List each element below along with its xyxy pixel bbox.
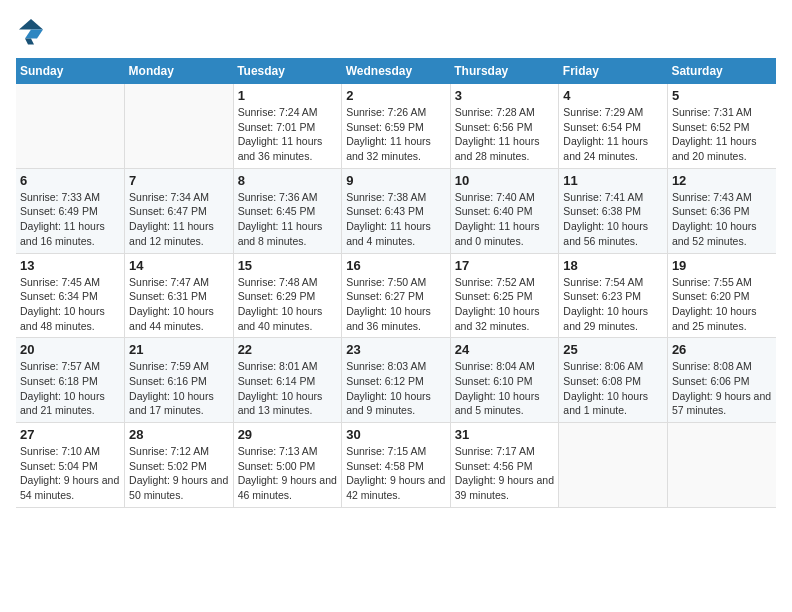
day-number: 21 — [129, 342, 229, 357]
day-info: Sunrise: 7:31 AM Sunset: 6:52 PM Dayligh… — [672, 105, 772, 164]
day-number: 13 — [20, 258, 120, 273]
calendar-day-cell: 16Sunrise: 7:50 AM Sunset: 6:27 PM Dayli… — [342, 253, 451, 338]
day-number: 7 — [129, 173, 229, 188]
day-info: Sunrise: 7:33 AM Sunset: 6:49 PM Dayligh… — [20, 190, 120, 249]
day-info: Sunrise: 8:01 AM Sunset: 6:14 PM Dayligh… — [238, 359, 338, 418]
day-info: Sunrise: 7:10 AM Sunset: 5:04 PM Dayligh… — [20, 444, 120, 503]
calendar-day-cell — [125, 84, 234, 168]
day-info: Sunrise: 7:41 AM Sunset: 6:38 PM Dayligh… — [563, 190, 663, 249]
day-info: Sunrise: 7:38 AM Sunset: 6:43 PM Dayligh… — [346, 190, 446, 249]
calendar-week-row: 1Sunrise: 7:24 AM Sunset: 7:01 PM Daylig… — [16, 84, 776, 168]
calendar-day-cell: 18Sunrise: 7:54 AM Sunset: 6:23 PM Dayli… — [559, 253, 668, 338]
calendar-day-cell: 7Sunrise: 7:34 AM Sunset: 6:47 PM Daylig… — [125, 168, 234, 253]
calendar-header: SundayMondayTuesdayWednesdayThursdayFrid… — [16, 58, 776, 84]
day-info: Sunrise: 7:47 AM Sunset: 6:31 PM Dayligh… — [129, 275, 229, 334]
day-number: 26 — [672, 342, 772, 357]
day-number: 31 — [455, 427, 555, 442]
day-info: Sunrise: 7:43 AM Sunset: 6:36 PM Dayligh… — [672, 190, 772, 249]
day-info: Sunrise: 7:54 AM Sunset: 6:23 PM Dayligh… — [563, 275, 663, 334]
day-number: 18 — [563, 258, 663, 273]
calendar-day-cell: 8Sunrise: 7:36 AM Sunset: 6:45 PM Daylig… — [233, 168, 342, 253]
day-number: 24 — [455, 342, 555, 357]
day-number: 1 — [238, 88, 338, 103]
day-number: 2 — [346, 88, 446, 103]
day-info: Sunrise: 8:04 AM Sunset: 6:10 PM Dayligh… — [455, 359, 555, 418]
calendar-week-row: 20Sunrise: 7:57 AM Sunset: 6:18 PM Dayli… — [16, 338, 776, 423]
day-info: Sunrise: 7:12 AM Sunset: 5:02 PM Dayligh… — [129, 444, 229, 503]
calendar-day-cell: 6Sunrise: 7:33 AM Sunset: 6:49 PM Daylig… — [16, 168, 125, 253]
day-info: Sunrise: 7:52 AM Sunset: 6:25 PM Dayligh… — [455, 275, 555, 334]
day-number: 20 — [20, 342, 120, 357]
svg-marker-1 — [25, 30, 43, 39]
calendar-day-cell: 15Sunrise: 7:48 AM Sunset: 6:29 PM Dayli… — [233, 253, 342, 338]
weekday-header: Monday — [125, 58, 234, 84]
calendar-day-cell: 1Sunrise: 7:24 AM Sunset: 7:01 PM Daylig… — [233, 84, 342, 168]
calendar-day-cell: 20Sunrise: 7:57 AM Sunset: 6:18 PM Dayli… — [16, 338, 125, 423]
calendar-day-cell: 10Sunrise: 7:40 AM Sunset: 6:40 PM Dayli… — [450, 168, 559, 253]
day-info: Sunrise: 7:34 AM Sunset: 6:47 PM Dayligh… — [129, 190, 229, 249]
calendar-day-cell: 19Sunrise: 7:55 AM Sunset: 6:20 PM Dayli… — [667, 253, 776, 338]
day-info: Sunrise: 7:36 AM Sunset: 6:45 PM Dayligh… — [238, 190, 338, 249]
calendar-week-row: 6Sunrise: 7:33 AM Sunset: 6:49 PM Daylig… — [16, 168, 776, 253]
calendar-day-cell: 5Sunrise: 7:31 AM Sunset: 6:52 PM Daylig… — [667, 84, 776, 168]
calendar-day-cell — [667, 423, 776, 508]
day-number: 17 — [455, 258, 555, 273]
day-number: 19 — [672, 258, 772, 273]
calendar-day-cell: 14Sunrise: 7:47 AM Sunset: 6:31 PM Dayli… — [125, 253, 234, 338]
day-info: Sunrise: 8:08 AM Sunset: 6:06 PM Dayligh… — [672, 359, 772, 418]
day-info: Sunrise: 8:03 AM Sunset: 6:12 PM Dayligh… — [346, 359, 446, 418]
calendar-day-cell: 24Sunrise: 8:04 AM Sunset: 6:10 PM Dayli… — [450, 338, 559, 423]
logo — [16, 16, 50, 46]
calendar-day-cell: 31Sunrise: 7:17 AM Sunset: 4:56 PM Dayli… — [450, 423, 559, 508]
calendar-day-cell: 22Sunrise: 8:01 AM Sunset: 6:14 PM Dayli… — [233, 338, 342, 423]
weekday-header: Thursday — [450, 58, 559, 84]
calendar-day-cell: 9Sunrise: 7:38 AM Sunset: 6:43 PM Daylig… — [342, 168, 451, 253]
day-info: Sunrise: 7:57 AM Sunset: 6:18 PM Dayligh… — [20, 359, 120, 418]
day-info: Sunrise: 7:50 AM Sunset: 6:27 PM Dayligh… — [346, 275, 446, 334]
day-number: 6 — [20, 173, 120, 188]
day-number: 16 — [346, 258, 446, 273]
day-number: 29 — [238, 427, 338, 442]
day-number: 14 — [129, 258, 229, 273]
day-number: 22 — [238, 342, 338, 357]
weekday-row: SundayMondayTuesdayWednesdayThursdayFrid… — [16, 58, 776, 84]
calendar-day-cell: 28Sunrise: 7:12 AM Sunset: 5:02 PM Dayli… — [125, 423, 234, 508]
day-number: 25 — [563, 342, 663, 357]
day-number: 11 — [563, 173, 663, 188]
calendar-day-cell: 13Sunrise: 7:45 AM Sunset: 6:34 PM Dayli… — [16, 253, 125, 338]
weekday-header: Saturday — [667, 58, 776, 84]
day-number: 30 — [346, 427, 446, 442]
logo-icon — [16, 16, 46, 46]
weekday-header: Friday — [559, 58, 668, 84]
calendar-day-cell: 4Sunrise: 7:29 AM Sunset: 6:54 PM Daylig… — [559, 84, 668, 168]
day-info: Sunrise: 7:59 AM Sunset: 6:16 PM Dayligh… — [129, 359, 229, 418]
calendar-week-row: 27Sunrise: 7:10 AM Sunset: 5:04 PM Dayli… — [16, 423, 776, 508]
day-info: Sunrise: 7:17 AM Sunset: 4:56 PM Dayligh… — [455, 444, 555, 503]
day-info: Sunrise: 7:48 AM Sunset: 6:29 PM Dayligh… — [238, 275, 338, 334]
calendar-day-cell: 11Sunrise: 7:41 AM Sunset: 6:38 PM Dayli… — [559, 168, 668, 253]
calendar-day-cell: 30Sunrise: 7:15 AM Sunset: 4:58 PM Dayli… — [342, 423, 451, 508]
calendar-body: 1Sunrise: 7:24 AM Sunset: 7:01 PM Daylig… — [16, 84, 776, 507]
day-info: Sunrise: 7:45 AM Sunset: 6:34 PM Dayligh… — [20, 275, 120, 334]
day-info: Sunrise: 7:13 AM Sunset: 5:00 PM Dayligh… — [238, 444, 338, 503]
calendar-table: SundayMondayTuesdayWednesdayThursdayFrid… — [16, 58, 776, 508]
calendar-day-cell: 12Sunrise: 7:43 AM Sunset: 6:36 PM Dayli… — [667, 168, 776, 253]
calendar-day-cell: 23Sunrise: 8:03 AM Sunset: 6:12 PM Dayli… — [342, 338, 451, 423]
day-info: Sunrise: 7:28 AM Sunset: 6:56 PM Dayligh… — [455, 105, 555, 164]
weekday-header: Tuesday — [233, 58, 342, 84]
page-header — [16, 16, 776, 46]
day-number: 12 — [672, 173, 772, 188]
day-number: 15 — [238, 258, 338, 273]
calendar-day-cell: 2Sunrise: 7:26 AM Sunset: 6:59 PM Daylig… — [342, 84, 451, 168]
calendar-day-cell: 17Sunrise: 7:52 AM Sunset: 6:25 PM Dayli… — [450, 253, 559, 338]
day-info: Sunrise: 7:40 AM Sunset: 6:40 PM Dayligh… — [455, 190, 555, 249]
calendar-day-cell — [559, 423, 668, 508]
weekday-header: Sunday — [16, 58, 125, 84]
svg-marker-0 — [19, 19, 43, 30]
day-number: 8 — [238, 173, 338, 188]
day-number: 5 — [672, 88, 772, 103]
day-number: 4 — [563, 88, 663, 103]
calendar-day-cell: 3Sunrise: 7:28 AM Sunset: 6:56 PM Daylig… — [450, 84, 559, 168]
day-info: Sunrise: 7:29 AM Sunset: 6:54 PM Dayligh… — [563, 105, 663, 164]
calendar-day-cell — [16, 84, 125, 168]
